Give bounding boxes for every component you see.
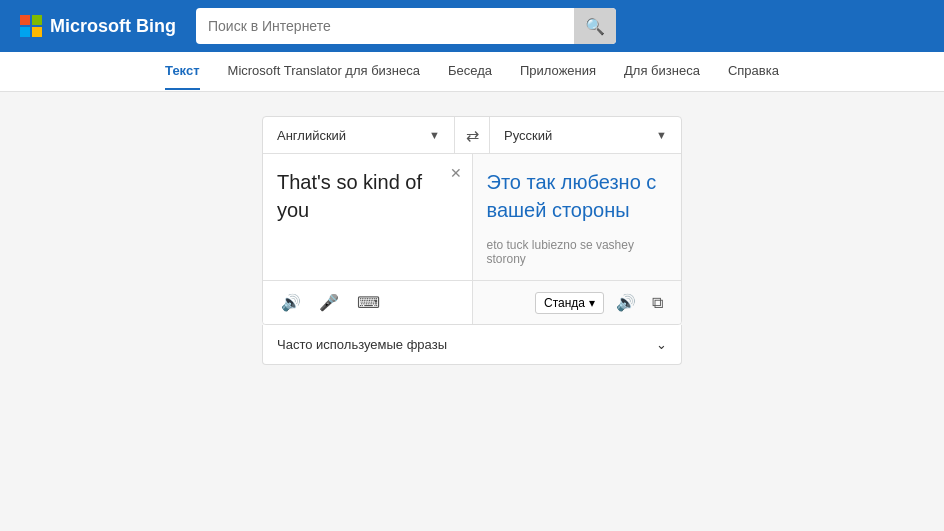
search-bar: 🔍: [196, 8, 616, 44]
source-footer: 🔊 🎤 ⌨: [263, 281, 472, 324]
standar-chevron-icon: ▾: [589, 296, 595, 310]
source-panel: ✕: [263, 154, 473, 280]
common-phrases-expand-icon: ⌄: [656, 337, 667, 352]
header: Microsoft Bing 🔍: [0, 0, 944, 52]
source-speaker-button[interactable]: 🔊: [277, 289, 305, 316]
source-mic-button[interactable]: 🎤: [315, 289, 343, 316]
swap-icon: ⇄: [466, 126, 479, 145]
nav-item-for-business[interactable]: Для бизнеса: [624, 53, 700, 90]
transliteration-text: eto tuck lubiezno se vashey storony: [487, 238, 668, 266]
close-icon: ✕: [450, 165, 462, 181]
target-speaker-icon: 🔊: [616, 293, 636, 312]
standar-dropdown[interactable]: Станда ▾: [535, 292, 604, 314]
swap-languages-button[interactable]: ⇄: [454, 117, 490, 153]
search-input[interactable]: [196, 18, 574, 34]
clear-button[interactable]: ✕: [450, 166, 462, 180]
standar-label: Станда: [544, 296, 585, 310]
nav: Текст Microsoft Translator для бизнеса Б…: [0, 52, 944, 92]
source-text-input[interactable]: [277, 168, 458, 252]
target-speaker-button[interactable]: 🔊: [612, 289, 640, 316]
target-lang-select[interactable]: Русский ▼: [490, 118, 681, 153]
mic-icon: 🎤: [319, 293, 339, 312]
nav-item-business-translator[interactable]: Microsoft Translator для бизнеса: [228, 53, 420, 90]
source-lang-select[interactable]: Английский ▼: [263, 118, 454, 153]
source-lang-label: Английский: [277, 128, 346, 143]
common-phrases-section[interactable]: Часто используемые фразы ⌄: [262, 325, 682, 365]
target-panel: Это так любезно с вашей стороны eto tuck…: [473, 154, 682, 280]
footer-row: 🔊 🎤 ⌨ Станда ▾ 🔊: [263, 281, 681, 324]
common-phrases-label: Часто используемые фразы: [277, 337, 447, 352]
search-button[interactable]: 🔍: [574, 8, 616, 44]
lang-selector-row: Английский ▼ ⇄ Русский ▼: [263, 117, 681, 154]
translator-widget: Английский ▼ ⇄ Русский ▼ ✕: [262, 116, 682, 365]
search-icon: 🔍: [585, 17, 605, 36]
translation-panels: ✕ Это так любезно с вашей стороны eto tu…: [263, 154, 681, 281]
logo-text: Microsoft Bing: [50, 16, 176, 37]
translator-card: Английский ▼ ⇄ Русский ▼ ✕: [262, 116, 682, 325]
output-text: Это так любезно с вашей стороны: [487, 168, 668, 228]
nav-item-apps[interactable]: Приложения: [520, 53, 596, 90]
bing-logo-icon: [20, 15, 42, 37]
target-lang-label: Русский: [504, 128, 552, 143]
source-keyboard-button[interactable]: ⌨: [353, 289, 384, 316]
nav-item-help[interactable]: Справка: [728, 53, 779, 90]
copy-icon: ⧉: [652, 294, 663, 312]
logo-area: Microsoft Bing: [20, 15, 176, 37]
copy-button[interactable]: ⧉: [648, 290, 667, 316]
target-lang-chevron-icon: ▼: [656, 129, 667, 141]
nav-item-conversation[interactable]: Беседа: [448, 53, 492, 90]
nav-item-text[interactable]: Текст: [165, 53, 199, 90]
speaker-icon: 🔊: [281, 293, 301, 312]
keyboard-icon: ⌨: [357, 293, 380, 312]
main-content: Английский ▼ ⇄ Русский ▼ ✕: [0, 92, 944, 389]
source-lang-chevron-icon: ▼: [429, 129, 440, 141]
target-footer: Станда ▾ 🔊 ⧉: [472, 281, 682, 324]
